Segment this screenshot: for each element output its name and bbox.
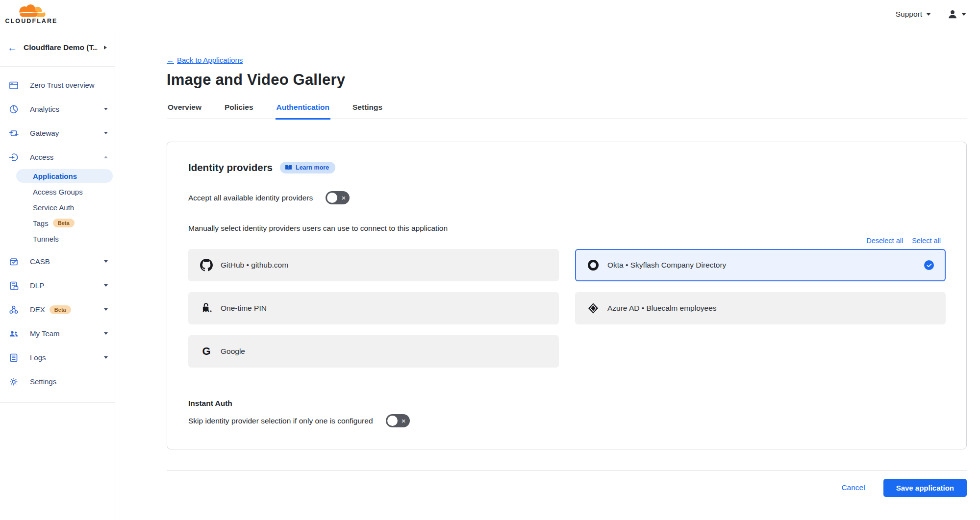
support-label: Support: [896, 10, 922, 19]
account-header: ← Cloudflare Demo (T...: [0, 28, 115, 67]
analytics-pie-icon: [8, 104, 19, 114]
google-icon: G: [200, 346, 213, 357]
cancel-button[interactable]: Cancel: [841, 483, 865, 492]
learn-more-badge[interactable]: Learn more: [280, 162, 335, 173]
provider-label: Google: [221, 347, 245, 356]
team-people-icon: [8, 329, 19, 339]
sidebar-item-label: DEX: [30, 305, 45, 314]
top-bar: CLOUDFLARE Support: [0, 0, 980, 28]
tab-authentication[interactable]: Authentication: [276, 100, 331, 120]
sidebar-item-dlp[interactable]: DLP: [0, 273, 115, 297]
sidebar-item-label: Tunnels: [33, 235, 59, 243]
sidebar-item-logs[interactable]: Logs: [0, 346, 115, 370]
sidebar: ← Cloudflare Demo (T... Zero Trust overv…: [0, 28, 115, 520]
sidebar-item-label: Applications: [33, 172, 77, 180]
cloudflare-cloud-icon: [16, 4, 47, 18]
page-title: Image and Video Gallery: [167, 71, 967, 89]
sidebar-divider: [0, 402, 115, 403]
sidebar-item-label: Service Auth: [33, 203, 74, 212]
access-login-icon: [8, 152, 19, 162]
provider-label: Azure AD • Bluecalm employees: [607, 304, 717, 313]
accept-all-label: Accept all available identity providers: [188, 194, 313, 202]
sidebar-item-label: Access: [30, 153, 53, 161]
sidebar-item-label: Gateway: [30, 129, 59, 137]
chevron-down-icon: [926, 13, 931, 16]
cloudflare-wordmark: CLOUDFLARE: [5, 18, 57, 25]
select-all-link[interactable]: Select all: [912, 237, 941, 245]
azure-ad-icon: [587, 302, 600, 314]
access-submenu: Applications Access Groups Service Auth …: [0, 169, 115, 247]
sidebar-item-tags[interactable]: Tags Beta: [0, 215, 115, 231]
main-content: ← Back to Applications Image and Video G…: [116, 28, 980, 520]
save-application-button[interactable]: Save application: [883, 479, 967, 497]
casb-box-check-icon: [8, 257, 19, 267]
provider-label: Okta • Skyflash Company Directory: [607, 261, 726, 270]
support-menu[interactable]: Support: [896, 10, 931, 19]
cloudflare-logo[interactable]: CLOUDFLARE: [6, 4, 57, 25]
logs-list-icon: [8, 353, 19, 363]
tab-settings[interactable]: Settings: [352, 100, 383, 120]
book-icon: [285, 165, 292, 171]
footer-actions: Cancel Save application: [167, 471, 967, 504]
tab-overview[interactable]: Overview: [167, 100, 202, 120]
toggle-knob: [327, 193, 337, 203]
provider-grid: GitHub • github.com Okta • Skyflash Comp…: [188, 249, 946, 368]
provider-label: One-time PIN: [221, 304, 267, 313]
learn-more-label: Learn more: [296, 164, 329, 171]
sidebar-item-label: Logs: [30, 353, 46, 362]
sidebar-item-label: Zero Trust overview: [30, 81, 95, 89]
network-nodes-icon: [8, 305, 19, 315]
provider-tile-google[interactable]: G Google: [188, 335, 559, 368]
sidebar-item-access-groups[interactable]: Access Groups: [0, 184, 115, 199]
sidebar-item-label: Access Groups: [33, 188, 83, 196]
sidebar-item-analytics[interactable]: Analytics: [0, 97, 115, 121]
account-switcher-caret-icon[interactable]: [104, 46, 107, 50]
provider-tile-okta[interactable]: Okta • Skyflash Company Directory: [575, 249, 946, 281]
sidebar-item-label: Tags: [33, 219, 49, 227]
instant-auth-label: Skip identity provider selection if only…: [188, 417, 373, 425]
sidebar-item-service-auth[interactable]: Service Auth: [0, 199, 115, 215]
provider-tile-azure-ad[interactable]: Azure AD • Bluecalm employees: [575, 292, 946, 324]
chevron-down-icon: [104, 308, 108, 311]
back-to-applications-link[interactable]: ← Back to Applications: [167, 56, 243, 64]
github-icon: [200, 259, 213, 272]
sidebar-item-label: Settings: [30, 377, 56, 386]
toggle-off-x-icon: ×: [341, 194, 346, 201]
sidebar-item-label: My Team: [30, 329, 60, 338]
chevron-down-icon: [104, 132, 108, 134]
card-heading: Identity providers: [188, 162, 273, 173]
sidebar-item-gateway[interactable]: Gateway: [0, 121, 115, 145]
manual-select-text: Manually select identity providers users…: [188, 224, 946, 233]
user-icon: [948, 9, 957, 19]
chevron-up-icon: [104, 156, 108, 158]
sidebar-item-tunnels[interactable]: Tunnels: [0, 231, 115, 247]
accept-all-toggle[interactable]: ×: [326, 191, 350, 204]
gear-icon: [8, 377, 19, 387]
sidebar-item-settings[interactable]: Settings: [0, 370, 115, 394]
chevron-down-icon: [104, 260, 108, 263]
provider-label: GitHub • github.com: [221, 261, 288, 270]
sidebar-item-access[interactable]: Access: [0, 145, 115, 169]
deselect-all-link[interactable]: Deselect all: [866, 237, 903, 245]
sidebar-item-zero-trust-overview[interactable]: Zero Trust overview: [0, 73, 115, 97]
beta-badge: Beta: [50, 305, 71, 314]
gateway-icon: [8, 128, 19, 138]
user-account-menu[interactable]: [948, 9, 966, 19]
chevron-down-icon: [104, 284, 108, 287]
provider-tile-one-time-pin[interactable]: **** One-time PIN: [188, 292, 559, 324]
svg-text:****: ****: [202, 309, 211, 315]
sidebar-item-dex[interactable]: DEX Beta: [0, 297, 115, 322]
sidebar-item-label: Analytics: [30, 105, 59, 113]
instant-auth-toggle[interactable]: ×: [386, 414, 410, 427]
sidebar-item-casb[interactable]: CASB: [0, 249, 115, 273]
back-arrow-icon[interactable]: ←: [7, 43, 17, 52]
sidebar-item-applications[interactable]: Applications: [16, 169, 113, 183]
provider-tile-github[interactable]: GitHub • github.com: [188, 249, 559, 281]
tab-bar: Overview Policies Authentication Setting…: [167, 100, 967, 119]
instant-auth-heading: Instant Auth: [188, 399, 946, 408]
one-time-pin-icon: ****: [200, 302, 213, 315]
sidebar-item-my-team[interactable]: My Team: [0, 322, 115, 346]
tab-policies[interactable]: Policies: [224, 100, 254, 120]
back-arrow-icon: ←: [167, 56, 174, 64]
identity-providers-card: Identity providers Learn more Accept all…: [167, 142, 967, 449]
